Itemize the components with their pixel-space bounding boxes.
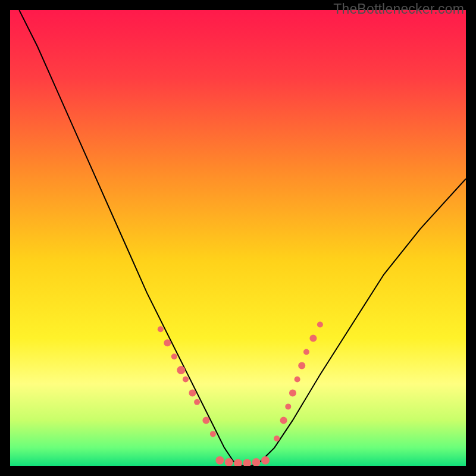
curve-marker <box>215 456 224 465</box>
curve-marker <box>194 399 200 405</box>
curve-marker <box>295 377 300 383</box>
curve-marker <box>189 389 196 396</box>
curve-marker <box>298 362 305 369</box>
curve-marker <box>303 349 309 355</box>
curve-marker <box>309 335 317 342</box>
curve-marker <box>177 366 185 374</box>
curve-marker <box>171 353 177 359</box>
curve-marker <box>280 416 287 424</box>
curve-marker <box>183 377 189 383</box>
curve-marker <box>285 403 291 409</box>
curve-marker <box>317 322 323 328</box>
chart-background <box>10 10 466 466</box>
watermark-text: TheBottlenecker.com <box>333 1 464 17</box>
curve-marker <box>164 339 171 346</box>
chart-frame <box>10 10 466 466</box>
curve-marker <box>202 416 209 424</box>
curve-marker <box>261 456 270 465</box>
bottleneck-chart <box>10 10 466 466</box>
curve-marker <box>210 431 216 437</box>
curve-marker <box>274 436 280 441</box>
curve-marker <box>289 389 296 396</box>
curve-marker <box>158 326 164 332</box>
